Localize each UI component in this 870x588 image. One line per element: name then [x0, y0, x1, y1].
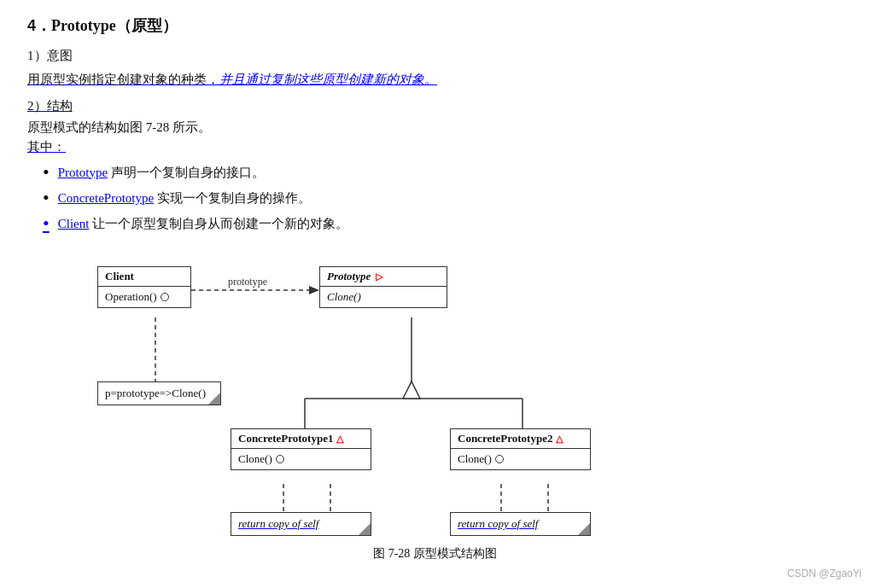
protected-icon [495, 455, 504, 463]
figure-caption: 图 7-28 原型模式结构图 [27, 546, 843, 562]
bullet-text: Client 让一个原型复制自身从而创建一个新的对象。 [58, 213, 348, 234]
list-item: • ConcretePrototype 实现一个复制自身的操作。 [43, 188, 843, 208]
return-note-2: return copy of self [450, 512, 591, 536]
title-chinese: （原型） [116, 17, 178, 34]
bullet-text: ConcretePrototype 实现一个复制自身的操作。 [58, 188, 311, 208]
client-note-body: p=prototype=>Clone() [98, 382, 220, 405]
structure-section: 2）结构 原型模式的结构如图 7-28 所示。 其中： [27, 98, 843, 155]
structure-zhongzhong: 其中： [27, 139, 843, 155]
prototype-box-title: Prototype ▷ [320, 267, 447, 287]
shadow-corner [208, 393, 220, 405]
concrete2-triangle-icon: △ [556, 434, 563, 445]
svg-marker-7 [403, 381, 420, 399]
shadow-corner [359, 523, 371, 535]
concrete1-title: ConcretePrototype1 △ [231, 429, 371, 449]
intent-blue-text: 并且通过复制这些原型创建新的对象。 [219, 73, 437, 86]
uml-diagram: prototype Client Operation() [44, 249, 710, 539]
svg-marker-1 [309, 286, 319, 294]
bullet-text: Prototype 声明一个复制自身的接口。 [58, 162, 265, 183]
prototype-triangle-icon: ▷ [376, 271, 382, 282]
client-box-title: Client [98, 267, 190, 287]
concrete2-box: ConcretePrototype2 △ Clone() [450, 428, 591, 470]
return-note-1: return copy of self [231, 512, 371, 536]
bullet-list: • Prototype 声明一个复制自身的接口。 • ConcreteProto… [43, 162, 843, 235]
prototype-box: Prototype ▷ Clone() [319, 266, 447, 308]
structure-text: 原型模式的结构如图 7-28 所示。 [27, 119, 843, 136]
bullet-dot: • [43, 188, 50, 208]
concrete2-title: ConcretePrototype2 △ [451, 429, 590, 449]
client-box-body: Operation() [98, 287, 190, 307]
intent-black-text: 用原型实例指定创建对象的种类， [27, 73, 219, 86]
client-note-box: p=prototype=>Clone() [97, 381, 221, 405]
client-box: Client Operation() [97, 266, 191, 308]
list-item: • Client 让一个原型复制自身从而创建一个新的对象。 [43, 213, 843, 234]
protected-icon [161, 293, 169, 301]
concrete1-triangle-icon: △ [336, 434, 343, 445]
svg-text:prototype: prototype [228, 276, 267, 288]
page-title: 4．Prototype（原型） [27, 15, 843, 36]
title-keyword: Prototype [51, 17, 116, 34]
return-note-2-body: return copy of self [451, 513, 590, 535]
concrete1-body: Clone() [231, 449, 371, 469]
concrete2-body: Clone() [451, 449, 590, 469]
prototype-box-body: Clone() [320, 287, 447, 307]
structure-label: 2）结构 [27, 98, 843, 114]
concrete1-box: ConcretePrototype1 △ Clone() [231, 428, 371, 470]
intent-text: 用原型实例指定创建对象的种类，并且通过复制这些原型创建新的对象。 [27, 69, 843, 91]
shadow-corner [578, 523, 590, 535]
bullet-dot: • [43, 213, 50, 234]
bullet-dot: • [43, 162, 50, 183]
list-item: • Prototype 声明一个复制自身的接口。 [43, 162, 843, 183]
protected-icon [276, 455, 284, 463]
return-note-1-body: return copy of self [231, 513, 371, 535]
intent-label: 1）意图 [27, 48, 843, 64]
watermark: CSDN @ZgaoYi [787, 568, 861, 579]
title-number: 4． [27, 17, 51, 34]
